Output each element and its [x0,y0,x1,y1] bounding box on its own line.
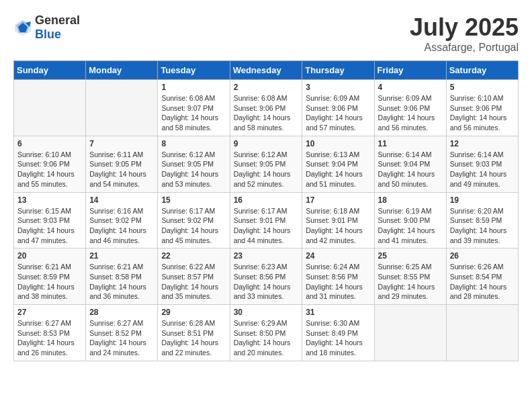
day-number: 13 [17,195,82,205]
day-info: Sunrise: 6:17 AM Sunset: 9:01 PM Dayligh… [234,206,299,246]
calendar-cell: 24Sunrise: 6:24 AM Sunset: 8:56 PM Dayli… [302,248,374,305]
day-info: Sunrise: 6:08 AM Sunset: 9:06 PM Dayligh… [234,93,299,133]
calendar-cell: 18Sunrise: 6:19 AM Sunset: 9:00 PM Dayli… [374,192,446,248]
day-info: Sunrise: 6:14 AM Sunset: 9:04 PM Dayligh… [378,150,443,189]
logo-text: General Blue [35,13,80,42]
calendar-cell: 10Sunrise: 6:13 AM Sunset: 9:04 PM Dayli… [302,136,374,192]
day-number: 24 [306,251,370,261]
weekday-header-saturday: Saturday [446,61,518,80]
calendar-week-3: 13Sunrise: 6:15 AM Sunset: 9:03 PM Dayli… [14,192,519,248]
calendar-cell: 15Sunrise: 6:17 AM Sunset: 9:02 PM Dayli… [158,192,230,248]
day-info: Sunrise: 6:13 AM Sunset: 9:04 PM Dayligh… [306,150,370,189]
day-number: 30 [234,308,299,317]
day-number: 16 [234,195,299,205]
day-info: Sunrise: 6:08 AM Sunset: 9:07 PM Dayligh… [161,93,226,133]
calendar-cell: 31Sunrise: 6:30 AM Sunset: 8:49 PM Dayli… [302,305,374,361]
day-number: 28 [89,308,154,317]
calendar-week-5: 27Sunrise: 6:27 AM Sunset: 8:53 PM Dayli… [14,305,519,361]
day-number: 29 [161,308,226,317]
calendar-table: SundayMondayTuesdayWednesdayThursdayFrid… [13,60,519,361]
calendar-cell: 19Sunrise: 6:20 AM Sunset: 8:59 PM Dayli… [446,192,518,248]
weekday-header-thursday: Thursday [302,61,374,80]
day-info: Sunrise: 6:11 AM Sunset: 9:05 PM Dayligh… [89,150,154,189]
day-number: 31 [306,308,370,317]
location-title: Assafarge, Portugal [410,42,519,54]
day-info: Sunrise: 6:09 AM Sunset: 9:06 PM Dayligh… [378,93,443,133]
day-info: Sunrise: 6:21 AM Sunset: 8:59 PM Dayligh… [17,262,82,302]
day-number: 12 [450,139,515,148]
day-info: Sunrise: 6:17 AM Sunset: 9:02 PM Dayligh… [161,206,226,246]
calendar-cell: 9Sunrise: 6:12 AM Sunset: 9:05 PM Daylig… [230,136,302,192]
day-number: 7 [89,139,154,148]
day-info: Sunrise: 6:14 AM Sunset: 9:03 PM Dayligh… [450,150,515,189]
day-info: Sunrise: 6:27 AM Sunset: 8:53 PM Dayligh… [17,318,82,358]
calendar-cell: 29Sunrise: 6:28 AM Sunset: 8:51 PM Dayli… [158,305,230,361]
day-info: Sunrise: 6:12 AM Sunset: 9:05 PM Dayligh… [161,150,226,189]
logo: General Blue [13,13,80,42]
day-number: 10 [306,139,370,148]
day-info: Sunrise: 6:10 AM Sunset: 9:06 PM Dayligh… [450,93,515,133]
day-number: 19 [450,195,515,205]
day-number: 18 [378,195,443,205]
title-block: July 2025 Assafarge, Portugal [410,13,519,54]
calendar-cell: 13Sunrise: 6:15 AM Sunset: 9:03 PM Dayli… [14,192,86,248]
day-info: Sunrise: 6:15 AM Sunset: 9:03 PM Dayligh… [17,206,82,246]
day-number: 27 [17,308,82,317]
calendar-cell: 14Sunrise: 6:16 AM Sunset: 9:02 PM Dayli… [86,192,158,248]
weekday-header-tuesday: Tuesday [158,61,230,80]
calendar-cell: 23Sunrise: 6:23 AM Sunset: 8:56 PM Dayli… [230,248,302,305]
day-info: Sunrise: 6:22 AM Sunset: 8:57 PM Dayligh… [161,262,226,302]
day-info: Sunrise: 6:12 AM Sunset: 9:05 PM Dayligh… [234,150,299,189]
calendar-body: 1Sunrise: 6:08 AM Sunset: 9:07 PM Daylig… [14,80,519,361]
calendar-cell [14,80,86,136]
weekday-row: SundayMondayTuesdayWednesdayThursdayFrid… [14,61,519,80]
day-number: 20 [17,251,82,261]
weekday-header-friday: Friday [374,61,446,80]
day-number: 22 [161,251,226,261]
calendar-cell: 20Sunrise: 6:21 AM Sunset: 8:59 PM Dayli… [14,248,86,305]
day-info: Sunrise: 6:26 AM Sunset: 8:54 PM Dayligh… [450,262,515,302]
calendar-cell [374,305,446,361]
day-info: Sunrise: 6:19 AM Sunset: 9:00 PM Dayligh… [378,206,443,246]
calendar-cell: 7Sunrise: 6:11 AM Sunset: 9:05 PM Daylig… [86,136,158,192]
day-info: Sunrise: 6:21 AM Sunset: 8:58 PM Dayligh… [89,262,154,302]
day-number: 11 [378,139,443,148]
month-title: July 2025 [410,13,519,42]
calendar-cell: 22Sunrise: 6:22 AM Sunset: 8:57 PM Dayli… [158,248,230,305]
calendar-week-4: 20Sunrise: 6:21 AM Sunset: 8:59 PM Dayli… [14,248,519,305]
weekday-header-wednesday: Wednesday [230,61,302,80]
day-number: 21 [89,251,154,261]
day-number: 5 [450,83,515,92]
day-info: Sunrise: 6:18 AM Sunset: 9:01 PM Dayligh… [306,206,370,246]
day-info: Sunrise: 6:24 AM Sunset: 8:56 PM Dayligh… [306,262,370,302]
logo-blue: Blue [35,28,61,41]
day-number: 17 [306,195,370,205]
page-header: General Blue July 2025 Assafarge, Portug… [13,13,519,54]
calendar-cell: 3Sunrise: 6:09 AM Sunset: 9:06 PM Daylig… [302,80,374,136]
day-info: Sunrise: 6:28 AM Sunset: 8:51 PM Dayligh… [161,318,226,358]
calendar-cell: 16Sunrise: 6:17 AM Sunset: 9:01 PM Dayli… [230,192,302,248]
day-info: Sunrise: 6:27 AM Sunset: 8:52 PM Dayligh… [89,318,154,358]
day-number: 6 [17,139,82,148]
day-info: Sunrise: 6:16 AM Sunset: 9:02 PM Dayligh… [89,206,154,246]
day-info: Sunrise: 6:09 AM Sunset: 9:06 PM Dayligh… [306,93,370,133]
calendar-cell: 6Sunrise: 6:10 AM Sunset: 9:06 PM Daylig… [14,136,86,192]
logo-general: General [35,13,80,27]
day-number: 2 [234,83,299,92]
day-number: 23 [234,251,299,261]
calendar-cell: 25Sunrise: 6:25 AM Sunset: 8:55 PM Dayli… [374,248,446,305]
calendar-cell [446,305,518,361]
calendar-cell: 28Sunrise: 6:27 AM Sunset: 8:52 PM Dayli… [86,305,158,361]
calendar-cell: 8Sunrise: 6:12 AM Sunset: 9:05 PM Daylig… [158,136,230,192]
day-number: 3 [306,83,370,92]
weekday-header-monday: Monday [86,61,158,80]
calendar-cell: 27Sunrise: 6:27 AM Sunset: 8:53 PM Dayli… [14,305,86,361]
day-info: Sunrise: 6:25 AM Sunset: 8:55 PM Dayligh… [378,262,443,302]
weekday-header-sunday: Sunday [14,61,86,80]
day-number: 14 [89,195,154,205]
logo-icon [13,18,32,37]
day-number: 4 [378,83,443,92]
day-number: 8 [161,139,226,148]
calendar-header: SundayMondayTuesdayWednesdayThursdayFrid… [14,61,519,80]
calendar-cell: 4Sunrise: 6:09 AM Sunset: 9:06 PM Daylig… [374,80,446,136]
